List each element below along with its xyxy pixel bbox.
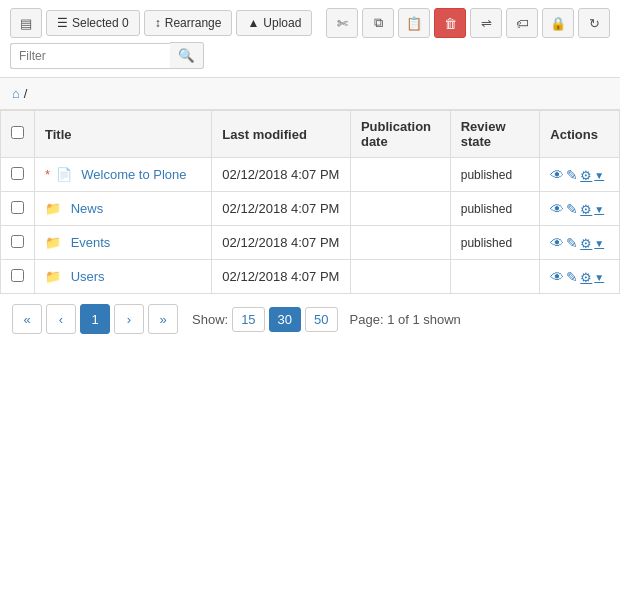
check-icon: ☰ xyxy=(57,16,68,30)
edit-button[interactable]: ✎ xyxy=(566,201,578,217)
row-review-cell: published xyxy=(450,192,540,226)
select-all-checkbox[interactable] xyxy=(11,126,24,139)
review-state-badge: published xyxy=(461,236,512,250)
edit-button[interactable]: ✎ xyxy=(566,269,578,285)
table-row: 📁 News02/12/2018 4:07 PMpublished👁✎⚙▼ xyxy=(1,192,620,226)
rearrange-label: Rearrange xyxy=(165,16,222,30)
page-prev-button[interactable]: ‹ xyxy=(46,304,76,334)
row-actions-cell: 👁✎⚙▼ xyxy=(540,260,620,294)
breadcrumb-home[interactable]: ⌂ xyxy=(12,86,20,101)
row-modified-cell: 02/12/2018 4:07 PM xyxy=(212,192,351,226)
page-next-button[interactable]: › xyxy=(114,304,144,334)
row-title-cell: * 📄 Welcome to Plone xyxy=(35,158,212,192)
cog-button[interactable]: ⚙ xyxy=(580,202,592,217)
selected-button[interactable]: ☰ Selected 0 xyxy=(46,10,140,36)
tag-button[interactable]: 🏷 xyxy=(506,8,538,38)
cog-button[interactable]: ⚙ xyxy=(580,236,592,251)
page-first-button[interactable]: « xyxy=(12,304,42,334)
pagination-bar: « ‹ 1 › » Show: 15 30 50 Page: 1 of 1 sh… xyxy=(0,294,620,344)
show-15-button[interactable]: 15 xyxy=(232,307,264,332)
table-row: 📁 Users02/12/2018 4:07 PM👁✎⚙▼ xyxy=(1,260,620,294)
row-checkbox-cell xyxy=(1,260,35,294)
cut-button[interactable]: ✄ xyxy=(326,8,358,38)
cog-dropdown-button[interactable]: ▼ xyxy=(594,204,604,215)
show-50-button[interactable]: 50 xyxy=(305,307,337,332)
search-icon: 🔍 xyxy=(178,48,195,63)
breadcrumb-separator: / xyxy=(24,86,28,101)
item-title-link[interactable]: Users xyxy=(71,269,105,284)
row-modified-cell: 02/12/2018 4:07 PM xyxy=(212,158,351,192)
row-review-cell: published xyxy=(450,226,540,260)
cog-dropdown-button[interactable]: ▼ xyxy=(594,272,604,283)
toolbar: ▤ ☰ Selected 0 ↕ Rearrange ▲ Upload ✄ ⧉ … xyxy=(0,0,620,78)
cog-button[interactable]: ⚙ xyxy=(580,168,592,183)
row-title-cell: 📁 Users xyxy=(35,260,212,294)
view-button[interactable]: 👁 xyxy=(550,235,564,251)
item-title-link[interactable]: News xyxy=(71,201,104,216)
star-icon: * xyxy=(45,167,54,182)
item-type-icon: 📄 xyxy=(56,167,76,182)
grid-icon: ▤ xyxy=(20,16,32,31)
refresh-icon: ↻ xyxy=(589,16,600,31)
item-title-link[interactable]: Events xyxy=(71,235,111,250)
row-review-cell xyxy=(450,260,540,294)
view-button[interactable]: 👁 xyxy=(550,201,564,217)
col-header-modified: Last modified xyxy=(212,111,351,158)
view-button[interactable]: 👁 xyxy=(550,167,564,183)
edit-button[interactable]: ✎ xyxy=(566,167,578,183)
page-info: Page: 1 of 1 shown xyxy=(350,312,461,327)
row-pubdate-cell xyxy=(350,192,450,226)
grid-view-button[interactable]: ▤ xyxy=(10,8,42,38)
filter-group: 🔍 xyxy=(10,42,204,69)
cut-icon: ✄ xyxy=(337,16,348,31)
upload-button[interactable]: ▲ Upload xyxy=(236,10,312,36)
row-review-cell: published xyxy=(450,158,540,192)
upload-icon: ▲ xyxy=(247,16,259,30)
item-type-icon: 📁 xyxy=(45,201,65,216)
filter-search-button[interactable]: 🔍 xyxy=(170,42,204,69)
cog-dropdown-button[interactable]: ▼ xyxy=(594,170,604,181)
row-checkbox[interactable] xyxy=(11,235,24,248)
action-buttons: 👁✎⚙▼ xyxy=(550,234,609,251)
cog-group: ⚙▼ xyxy=(580,168,604,183)
row-title-cell: 📁 Events xyxy=(35,226,212,260)
swap-button[interactable]: ⇌ xyxy=(470,8,502,38)
paste-button[interactable]: 📋 xyxy=(398,8,430,38)
delete-button[interactable]: 🗑 xyxy=(434,8,466,38)
rearrange-button[interactable]: ↕ Rearrange xyxy=(144,10,233,36)
breadcrumb: ⌂ / xyxy=(0,78,620,110)
row-checkbox[interactable] xyxy=(11,269,24,282)
swap-icon: ⇌ xyxy=(481,16,492,31)
row-checkbox[interactable] xyxy=(11,201,24,214)
page-current-button[interactable]: 1 xyxy=(80,304,110,334)
row-checkbox-cell xyxy=(1,192,35,226)
cog-dropdown-button[interactable]: ▼ xyxy=(594,238,604,249)
filter-input[interactable] xyxy=(10,43,170,69)
lock-button[interactable]: 🔒 xyxy=(542,8,574,38)
item-type-icon: 📁 xyxy=(45,269,65,284)
upload-label: Upload xyxy=(263,16,301,30)
row-checkbox[interactable] xyxy=(11,167,24,180)
table-row: 📁 Events02/12/2018 4:07 PMpublished👁✎⚙▼ xyxy=(1,226,620,260)
col-header-pubdate: Publication date xyxy=(350,111,450,158)
show-30-button[interactable]: 30 xyxy=(269,307,301,332)
refresh-button[interactable]: ↻ xyxy=(578,8,610,38)
row-checkbox-cell xyxy=(1,158,35,192)
edit-button[interactable]: ✎ xyxy=(566,235,578,251)
item-title-link[interactable]: Welcome to Plone xyxy=(81,167,186,182)
col-header-review: Review state xyxy=(450,111,540,158)
delete-icon: 🗑 xyxy=(444,16,457,31)
row-checkbox-cell xyxy=(1,226,35,260)
cog-button[interactable]: ⚙ xyxy=(580,270,592,285)
col-header-title: Title xyxy=(35,111,212,158)
copy-icon: ⧉ xyxy=(374,15,383,31)
paste-icon: 📋 xyxy=(406,16,422,31)
copy-button[interactable]: ⧉ xyxy=(362,8,394,38)
row-modified-cell: 02/12/2018 4:07 PM xyxy=(212,226,351,260)
row-actions-cell: 👁✎⚙▼ xyxy=(540,192,620,226)
action-buttons: 👁✎⚙▼ xyxy=(550,268,609,285)
view-button[interactable]: 👁 xyxy=(550,269,564,285)
page-last-button[interactable]: » xyxy=(148,304,178,334)
tag-icon: 🏷 xyxy=(516,16,529,31)
review-state-badge: published xyxy=(461,168,512,182)
